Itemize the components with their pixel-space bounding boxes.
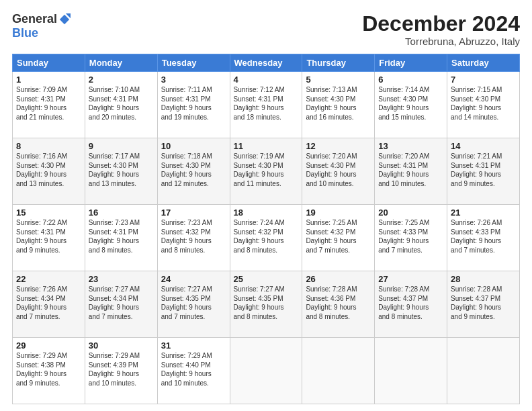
day-number: 6	[378, 75, 443, 85]
empty-cell	[375, 338, 447, 404]
day-info: Sunrise: 7:27 AMSunset: 4:34 PMDaylight:…	[89, 285, 140, 320]
day-info: Sunrise: 7:16 AMSunset: 4:30 PMDaylight:…	[16, 152, 67, 187]
day-cell: 27 Sunrise: 7:28 AMSunset: 4:37 PMDaylig…	[375, 271, 447, 338]
day-info: Sunrise: 7:27 AMSunset: 4:35 PMDaylight:…	[161, 285, 212, 320]
day-cell: 1 Sunrise: 7:09 AMSunset: 4:31 PMDayligh…	[13, 72, 85, 138]
day-number: 2	[89, 75, 154, 85]
day-number: 16	[89, 208, 154, 218]
col-sunday: Sunday	[13, 54, 85, 72]
header-row: Sunday Monday Tuesday Wednesday Thursday…	[13, 54, 520, 72]
day-number: 17	[161, 208, 226, 218]
day-cell: 30 Sunrise: 7:29 AMSunset: 4:39 PMDaylig…	[85, 338, 157, 404]
day-cell: 16 Sunrise: 7:23 AMSunset: 4:31 PMDaylig…	[85, 205, 157, 271]
day-info: Sunrise: 7:14 AMSunset: 4:30 PMDaylight:…	[378, 86, 429, 121]
day-info: Sunrise: 7:28 AMSunset: 4:37 PMDaylight:…	[378, 285, 429, 320]
day-cell: 22 Sunrise: 7:26 AMSunset: 4:34 PMDaylig…	[13, 271, 85, 338]
day-cell: 9 Sunrise: 7:17 AMSunset: 4:30 PMDayligh…	[85, 138, 157, 205]
week-row: 22 Sunrise: 7:26 AMSunset: 4:34 PMDaylig…	[13, 271, 520, 338]
day-number: 5	[306, 75, 371, 85]
day-info: Sunrise: 7:28 AMSunset: 4:36 PMDaylight:…	[306, 285, 357, 320]
week-row: 8 Sunrise: 7:16 AMSunset: 4:30 PMDayligh…	[13, 138, 520, 205]
col-tuesday: Tuesday	[157, 54, 230, 72]
col-monday: Monday	[85, 54, 157, 72]
day-number: 27	[378, 274, 443, 284]
col-saturday: Saturday	[447, 54, 520, 72]
day-number: 29	[16, 340, 81, 351]
day-number: 11	[234, 141, 299, 151]
day-info: Sunrise: 7:17 AMSunset: 4:30 PMDaylight:…	[89, 152, 140, 187]
header: General Blue December 2024 Torrebruna, A…	[12, 12, 520, 47]
calendar: Sunday Monday Tuesday Wednesday Thursday…	[12, 54, 520, 404]
day-cell: 18 Sunrise: 7:24 AMSunset: 4:32 PMDaylig…	[230, 205, 302, 271]
day-cell: 17 Sunrise: 7:23 AMSunset: 4:32 PMDaylig…	[157, 205, 230, 271]
day-info: Sunrise: 7:12 AMSunset: 4:31 PMDaylight:…	[234, 86, 285, 121]
day-cell: 4 Sunrise: 7:12 AMSunset: 4:31 PMDayligh…	[230, 72, 302, 138]
day-cell: 19 Sunrise: 7:25 AMSunset: 4:32 PMDaylig…	[302, 205, 375, 271]
day-number: 28	[451, 274, 516, 284]
day-info: Sunrise: 7:11 AMSunset: 4:31 PMDaylight:…	[161, 86, 212, 121]
day-number: 14	[451, 141, 516, 151]
page: General Blue December 2024 Torrebruna, A…	[0, 0, 532, 411]
day-cell: 13 Sunrise: 7:20 AMSunset: 4:31 PMDaylig…	[375, 138, 447, 205]
day-info: Sunrise: 7:20 AMSunset: 4:30 PMDaylight:…	[306, 152, 357, 187]
day-info: Sunrise: 7:22 AMSunset: 4:31 PMDaylight:…	[16, 219, 67, 254]
day-info: Sunrise: 7:27 AMSunset: 4:35 PMDaylight:…	[234, 285, 285, 320]
day-number: 3	[161, 75, 226, 85]
day-info: Sunrise: 7:24 AMSunset: 4:32 PMDaylight:…	[234, 219, 285, 254]
day-info: Sunrise: 7:26 AMSunset: 4:34 PMDaylight:…	[16, 285, 67, 320]
day-cell: 28 Sunrise: 7:28 AMSunset: 4:37 PMDaylig…	[447, 271, 520, 338]
day-info: Sunrise: 7:25 AMSunset: 4:33 PMDaylight:…	[378, 219, 429, 254]
day-info: Sunrise: 7:10 AMSunset: 4:31 PMDaylight:…	[89, 86, 140, 121]
day-number: 30	[89, 340, 154, 351]
day-cell: 7 Sunrise: 7:15 AMSunset: 4:30 PMDayligh…	[447, 72, 520, 138]
day-number: 24	[161, 274, 226, 284]
week-row: 1 Sunrise: 7:09 AMSunset: 4:31 PMDayligh…	[13, 72, 520, 138]
day-cell: 21 Sunrise: 7:26 AMSunset: 4:33 PMDaylig…	[447, 205, 520, 271]
day-cell: 20 Sunrise: 7:25 AMSunset: 4:33 PMDaylig…	[375, 205, 447, 271]
day-info: Sunrise: 7:25 AMSunset: 4:32 PMDaylight:…	[306, 219, 357, 254]
day-number: 21	[451, 208, 516, 218]
logo-icon	[58, 13, 71, 26]
day-number: 13	[378, 141, 443, 151]
day-cell: 11 Sunrise: 7:19 AMSunset: 4:30 PMDaylig…	[230, 138, 302, 205]
day-cell: 31 Sunrise: 7:29 AMSunset: 4:40 PMDaylig…	[157, 338, 230, 404]
day-number: 25	[234, 274, 299, 284]
day-cell: 26 Sunrise: 7:28 AMSunset: 4:36 PMDaylig…	[302, 271, 375, 338]
week-row: 15 Sunrise: 7:22 AMSunset: 4:31 PMDaylig…	[13, 205, 520, 271]
day-info: Sunrise: 7:23 AMSunset: 4:32 PMDaylight:…	[161, 219, 212, 254]
empty-cell	[447, 338, 520, 404]
col-wednesday: Wednesday	[230, 54, 302, 72]
day-cell: 14 Sunrise: 7:21 AMSunset: 4:31 PMDaylig…	[447, 138, 520, 205]
day-cell: 15 Sunrise: 7:22 AMSunset: 4:31 PMDaylig…	[13, 205, 85, 271]
day-cell: 6 Sunrise: 7:14 AMSunset: 4:30 PMDayligh…	[375, 72, 447, 138]
day-cell: 24 Sunrise: 7:27 AMSunset: 4:35 PMDaylig…	[157, 271, 230, 338]
day-info: Sunrise: 7:29 AMSunset: 4:38 PMDaylight:…	[16, 352, 67, 387]
title-block: December 2024 Torrebruna, Abruzzo, Italy	[362, 12, 520, 47]
day-info: Sunrise: 7:18 AMSunset: 4:30 PMDaylight:…	[161, 152, 212, 187]
month-title: December 2024	[362, 12, 520, 36]
day-cell: 8 Sunrise: 7:16 AMSunset: 4:30 PMDayligh…	[13, 138, 85, 205]
logo-blue: Blue	[12, 26, 38, 40]
day-cell: 10 Sunrise: 7:18 AMSunset: 4:30 PMDaylig…	[157, 138, 230, 205]
day-cell: 25 Sunrise: 7:27 AMSunset: 4:35 PMDaylig…	[230, 271, 302, 338]
empty-cell	[302, 338, 375, 404]
day-info: Sunrise: 7:28 AMSunset: 4:37 PMDaylight:…	[451, 285, 502, 320]
day-cell: 23 Sunrise: 7:27 AMSunset: 4:34 PMDaylig…	[85, 271, 157, 338]
day-number: 31	[161, 340, 226, 351]
col-thursday: Thursday	[302, 54, 375, 72]
svg-marker-0	[60, 14, 69, 24]
day-number: 18	[234, 208, 299, 218]
day-number: 9	[89, 141, 154, 151]
day-info: Sunrise: 7:13 AMSunset: 4:30 PMDaylight:…	[306, 86, 357, 121]
day-number: 7	[451, 75, 516, 85]
day-info: Sunrise: 7:19 AMSunset: 4:30 PMDaylight:…	[234, 152, 285, 187]
day-number: 8	[16, 141, 81, 151]
day-number: 19	[306, 208, 371, 218]
col-friday: Friday	[375, 54, 447, 72]
day-info: Sunrise: 7:20 AMSunset: 4:31 PMDaylight:…	[378, 152, 429, 187]
day-number: 23	[89, 274, 154, 284]
day-number: 20	[378, 208, 443, 218]
day-number: 4	[234, 75, 299, 85]
day-cell: 5 Sunrise: 7:13 AMSunset: 4:30 PMDayligh…	[302, 72, 375, 138]
day-cell: 3 Sunrise: 7:11 AMSunset: 4:31 PMDayligh…	[157, 72, 230, 138]
